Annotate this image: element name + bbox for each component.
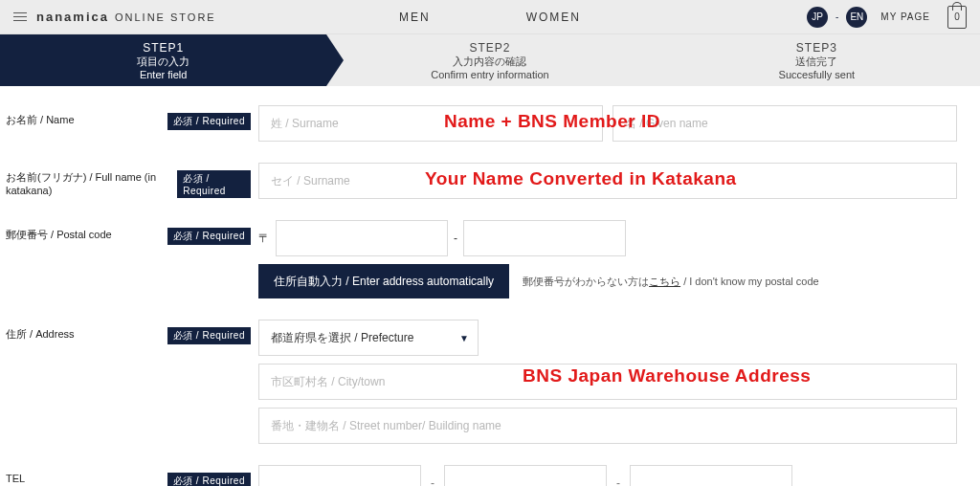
site-logo[interactable]: nanamicaONLINE STORE: [36, 10, 216, 24]
tel-input-3[interactable]: [630, 465, 792, 486]
label-kana: お名前(フリガナ) / Full name (in katakana): [6, 170, 177, 196]
postal-helper-link[interactable]: こちら: [649, 276, 680, 287]
givenname-input[interactable]: [612, 105, 957, 142]
label-address: 住所 / Address: [6, 327, 75, 342]
prefecture-select[interactable]: 都道府県を選択 / Prefecture: [258, 320, 479, 356]
auto-address-button[interactable]: 住所自動入力 / Enter address automatically: [258, 264, 509, 298]
lang-jp-button[interactable]: JP: [807, 7, 828, 28]
brand-name: nanamica: [36, 10, 109, 24]
lang-en-button[interactable]: EN: [846, 7, 867, 28]
row-kana: お名前(フリガナ) / Full name (in katakana) 必須 /…: [6, 163, 957, 199]
required-badge: 必須 / Required: [167, 327, 251, 344]
cart-count: 0: [954, 11, 960, 22]
postal-input-2[interactable]: [463, 220, 626, 256]
postal-prefix: 〒: [258, 231, 270, 247]
step-3-en: Succesfully sent: [779, 69, 855, 80]
nav-men[interactable]: MEN: [399, 11, 431, 24]
step-2: STEP2 入力内容の確認 Confirm entry information: [326, 34, 653, 86]
nav-women[interactable]: WOMEN: [526, 11, 581, 24]
row-name: お名前 / Name 必須 / Required Name + BNS Memb…: [6, 105, 957, 142]
mypage-link[interactable]: MY PAGE: [880, 11, 930, 22]
required-badge: 必須 / Required: [167, 113, 251, 130]
tel-dash-1: -: [431, 476, 434, 486]
row-tel: TEL 必須 / Required - -: [6, 465, 957, 486]
step-1-jp: 項目の入力: [137, 55, 189, 69]
step-3-code: STEP3: [796, 41, 837, 55]
step-2-jp: 入力内容の確認: [453, 55, 526, 69]
street-input[interactable]: [258, 408, 957, 444]
tel-input-2[interactable]: [444, 465, 607, 486]
top-bar: nanamicaONLINE STORE MEN WOMEN JP - EN M…: [0, 0, 980, 34]
label-postal: 郵便番号 / Postal code: [6, 228, 112, 242]
header-tools: JP - EN MY PAGE 0: [807, 6, 967, 29]
postal-helper: 郵便番号がわからない方はこちら / I don't know my postal…: [523, 275, 819, 289]
step-3-jp: 送信完了: [795, 55, 837, 69]
tel-input-1[interactable]: [258, 465, 421, 486]
kana-surname-input[interactable]: [258, 163, 957, 199]
hamburger-icon[interactable]: [13, 12, 27, 21]
row-postal: 郵便番号 / Postal code 必須 / Required 〒 - 住所自…: [6, 220, 957, 298]
row-address: 住所 / Address 必須 / Required 都道府県を選択 / Pre…: [6, 320, 957, 444]
lang-dash: -: [835, 11, 838, 22]
tel-dash-2: -: [616, 476, 620, 486]
customer-form: お名前 / Name 必須 / Required Name + BNS Memb…: [0, 86, 980, 486]
label-name: お名前 / Name: [6, 113, 75, 127]
city-input[interactable]: [258, 364, 957, 400]
step-indicator: STEP1 項目の入力 Enter field STEP2 入力内容の確認 Co…: [0, 34, 980, 86]
required-badge: 必須 / Required: [167, 473, 251, 486]
required-badge: 必須 / Required: [167, 228, 251, 245]
step-2-code: STEP2: [469, 41, 510, 55]
brand-subtitle: ONLINE STORE: [115, 11, 216, 23]
postal-input-1[interactable]: [276, 220, 448, 256]
step-2-en: Confirm entry information: [431, 69, 549, 80]
prefecture-select-wrap[interactable]: 都道府県を選択 / Prefecture ▼: [258, 320, 479, 356]
required-badge: 必須 / Required: [177, 170, 251, 198]
surname-input[interactable]: [258, 105, 603, 142]
cart-icon[interactable]: 0: [947, 6, 967, 29]
label-tel: TEL: [6, 473, 25, 484]
step-1-code: STEP1: [143, 41, 184, 55]
step-1-en: Enter field: [140, 69, 188, 80]
postal-dash: -: [454, 232, 457, 245]
step-3: STEP3 送信完了 Succesfully sent: [654, 34, 980, 86]
step-1: STEP1 項目の入力 Enter field: [0, 34, 326, 86]
